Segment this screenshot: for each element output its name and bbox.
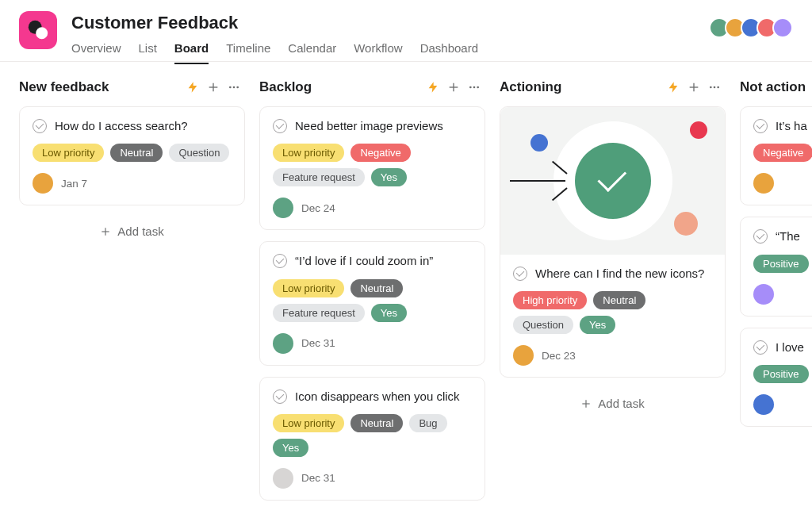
assignee-avatar[interactable] [33,173,53,194]
tag[interactable]: Low priority [273,414,344,432]
card-tags: Positive [753,365,812,383]
tag[interactable]: Negative [350,144,410,162]
column-header: Actioning [500,79,726,95]
plus-icon[interactable] [688,81,700,94]
complete-check-icon[interactable] [273,119,287,133]
svg-point-5 [233,86,236,89]
header-right [714,11,793,38]
header-center: Customer Feedback Overview List Board Ti… [71,11,714,64]
tag[interactable]: Neutral [110,144,163,162]
task-card[interactable]: I love Positive [740,328,812,427]
tag[interactable]: Yes [580,316,615,334]
complete-check-icon[interactable] [513,267,527,281]
card-tags: Negative [753,144,812,162]
plus-icon [580,398,592,409]
assignee-avatar[interactable] [273,468,293,489]
tag[interactable]: Bug [409,414,446,432]
complete-check-icon[interactable] [753,340,768,355]
add-task-button[interactable]: Add task [500,389,726,418]
column-not-action: Not action It’s ha Negative “The Positiv… [740,79,812,518]
task-card[interactable]: “I’d love if I could zoom in” Low priori… [259,241,485,365]
complete-check-icon[interactable] [753,119,768,133]
tab-list[interactable]: List [139,41,157,64]
header: Customer Feedback Overview List Board Ti… [0,0,812,62]
card-title: How do I access search? [55,118,188,134]
card-title: Icon disappears when you click [295,389,460,405]
due-date: Dec 31 [301,472,335,484]
svg-point-17 [714,86,716,89]
bolt-icon[interactable] [427,81,439,94]
bolt-icon[interactable] [186,81,199,94]
tag[interactable]: Positive [753,365,809,383]
tag[interactable]: Question [169,144,229,162]
complete-check-icon[interactable] [273,254,287,268]
tab-calendar[interactable]: Calendar [288,41,336,64]
card-tags: High priority Neutral Question Yes [513,291,712,334]
tag[interactable]: Yes [371,304,407,322]
complete-check-icon[interactable] [273,389,287,404]
assignee-avatar[interactable] [273,333,293,354]
column-title: Not action [740,79,812,95]
tag[interactable]: Low priority [273,279,344,297]
assignee-avatar[interactable] [513,345,534,366]
card-title: Where can I find the new icons? [535,266,704,282]
assignee-avatar[interactable] [273,198,293,218]
plus-icon[interactable] [447,81,460,94]
tab-dashboard[interactable]: Dashboard [420,41,478,64]
task-card[interactable]: Where can I find the new icons? High pri… [500,106,726,378]
more-icon[interactable] [468,81,481,94]
assignee-avatar[interactable] [753,284,774,305]
tag[interactable]: Low priority [273,144,344,162]
task-card[interactable]: Need better image previews Low priority … [259,106,485,230]
task-card[interactable]: It’s ha Negative [740,106,812,205]
svg-point-6 [236,86,239,89]
add-task-button[interactable]: Add task [19,217,245,246]
tab-workflow[interactable]: Workflow [354,41,402,64]
assignee-avatar[interactable] [753,394,774,415]
task-card[interactable]: How do I access search? Low priority Neu… [19,106,245,205]
column-actions [186,81,240,94]
tag[interactable]: Yes [273,439,308,457]
column-title: Backlog [259,79,427,95]
tab-overview[interactable]: Overview [71,41,121,64]
card-tags: Positive [753,255,812,273]
card-title: “The [776,228,800,244]
due-date: Dec 31 [301,337,335,349]
avatar[interactable] [772,17,793,38]
column-header: New feedback [19,79,245,95]
card-tags: Low priority Neutral Feature request Yes [273,279,472,322]
task-card[interactable]: “The Positive [740,217,812,316]
tag[interactable]: Feature request [273,168,365,186]
tabs: Overview List Board Timeline Calendar Wo… [71,41,714,64]
chat-bubbles-icon [26,18,50,42]
tag[interactable]: High priority [513,291,587,309]
column-actions [667,81,721,94]
plus-icon[interactable] [207,81,220,94]
tab-board[interactable]: Board [174,41,209,64]
tag[interactable]: Neutral [350,279,403,297]
bolt-icon[interactable] [667,81,680,94]
card-tags: Low priority Neutral Question [33,144,232,162]
card-title: “I’d love if I could zoom in” [295,253,433,269]
tag[interactable]: Feature request [273,304,365,322]
card-tags: Low priority Neutral Bug Yes [273,414,472,457]
complete-check-icon[interactable] [33,119,47,133]
member-avatars[interactable] [714,17,793,38]
more-icon[interactable] [228,81,240,94]
column-actioning: Actioning Where can I find the new icons… [500,79,726,518]
svg-point-18 [717,86,719,89]
tag[interactable]: Negative [753,144,812,162]
tag[interactable]: Neutral [350,414,403,432]
tag[interactable]: Positive [753,255,809,273]
tag[interactable]: Low priority [33,144,104,162]
card-title: Need better image previews [295,118,443,134]
complete-check-icon[interactable] [753,229,768,244]
tag[interactable]: Question [513,316,573,334]
tag[interactable]: Yes [371,168,407,186]
project-title: Customer Feedback [71,13,714,33]
tag[interactable]: Neutral [593,291,645,309]
more-icon[interactable] [708,81,721,94]
tab-timeline[interactable]: Timeline [226,41,270,64]
task-card[interactable]: Icon disappears when you click Low prior… [259,377,485,501]
assignee-avatar[interactable] [753,173,774,194]
